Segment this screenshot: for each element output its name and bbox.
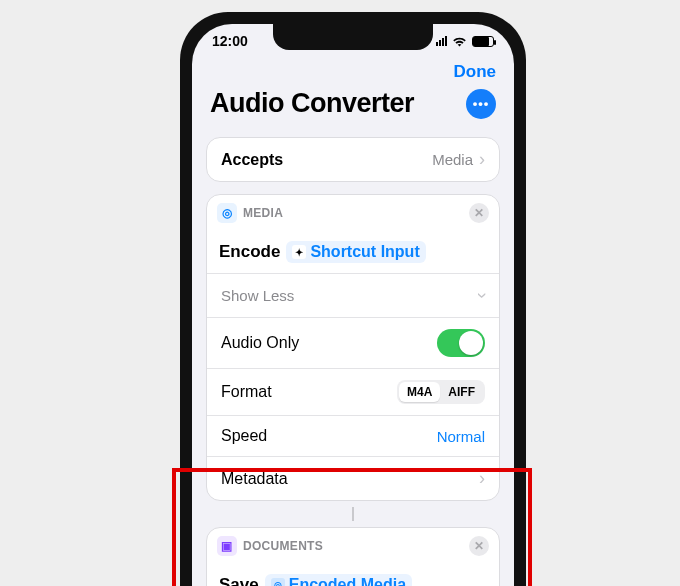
accepts-value: Media bbox=[432, 151, 473, 168]
audio-only-row: Audio Only bbox=[207, 317, 499, 368]
shortcut-input-token[interactable]: ✦ Shortcut Input bbox=[286, 241, 425, 263]
speed-value: Normal bbox=[437, 428, 485, 445]
close-icon[interactable]: ✕ bbox=[469, 536, 489, 556]
encode-action-row[interactable]: Encode ✦ Shortcut Input bbox=[207, 231, 499, 273]
audio-only-toggle[interactable] bbox=[437, 329, 485, 357]
notch bbox=[273, 24, 433, 50]
phone-screen: 12:00 Done Audio Converter ••• bbox=[192, 24, 514, 586]
accepts-label: Accepts bbox=[221, 151, 283, 169]
metadata-label: Metadata bbox=[221, 470, 288, 488]
speed-label: Speed bbox=[221, 427, 267, 445]
encoded-media-token[interactable]: ◎ Encoded Media bbox=[265, 574, 412, 586]
phone-frame: 12:00 Done Audio Converter ••• bbox=[180, 12, 526, 586]
chevron-down-icon: › bbox=[472, 293, 493, 299]
clock: 12:00 bbox=[212, 33, 248, 49]
audio-only-label: Audio Only bbox=[221, 334, 299, 352]
magic-variable-icon: ✦ bbox=[292, 245, 306, 259]
save-action-row[interactable]: Save ◎ Encoded Media bbox=[207, 564, 499, 586]
encode-verb: Encode bbox=[219, 242, 280, 262]
connector-line bbox=[352, 507, 354, 521]
format-row: Format M4A AIFF bbox=[207, 368, 499, 415]
page-title: Audio Converter bbox=[210, 88, 414, 119]
save-verb: Save bbox=[219, 575, 259, 586]
documents-app-icon: ▣ bbox=[217, 536, 237, 556]
media-card: ◎ MEDIA ✕ Encode ✦ Shortcut Input Show L… bbox=[206, 194, 500, 501]
documents-card: ▣ DOCUMENTS ✕ Save ◎ Encoded Media Servi… bbox=[206, 527, 500, 586]
media-app-icon: ◎ bbox=[217, 203, 237, 223]
close-icon[interactable]: ✕ bbox=[469, 203, 489, 223]
wifi-icon bbox=[452, 36, 467, 47]
done-button[interactable]: Done bbox=[454, 62, 497, 81]
format-label: Format bbox=[221, 383, 272, 401]
media-section-label: MEDIA bbox=[243, 206, 283, 220]
chevron-right-icon: › bbox=[479, 468, 485, 489]
token-text: Shortcut Input bbox=[310, 243, 419, 261]
battery-icon bbox=[472, 36, 494, 47]
documents-card-header: ▣ DOCUMENTS ✕ bbox=[207, 528, 499, 564]
show-less-row[interactable]: Show Less › bbox=[207, 273, 499, 317]
chevron-right-icon: › bbox=[479, 149, 485, 170]
format-option-aiff[interactable]: AIFF bbox=[440, 382, 483, 402]
status-icons bbox=[436, 34, 494, 48]
token-text: Encoded Media bbox=[289, 576, 406, 586]
metadata-row[interactable]: Metadata › bbox=[207, 456, 499, 500]
format-segmented[interactable]: M4A AIFF bbox=[397, 380, 485, 404]
show-less-label: Show Less bbox=[221, 287, 294, 304]
accepts-card[interactable]: Accepts Media › bbox=[206, 137, 500, 182]
header: Done Audio Converter ••• bbox=[192, 58, 514, 127]
more-button[interactable]: ••• bbox=[466, 89, 496, 119]
documents-section-label: DOCUMENTS bbox=[243, 539, 323, 553]
media-result-icon: ◎ bbox=[271, 578, 285, 586]
speed-row[interactable]: Speed Normal bbox=[207, 415, 499, 456]
content-area: Accepts Media › ◎ MEDIA ✕ Encode bbox=[192, 127, 514, 586]
format-option-m4a[interactable]: M4A bbox=[399, 382, 440, 402]
cellular-icon bbox=[436, 36, 447, 46]
media-card-header: ◎ MEDIA ✕ bbox=[207, 195, 499, 231]
